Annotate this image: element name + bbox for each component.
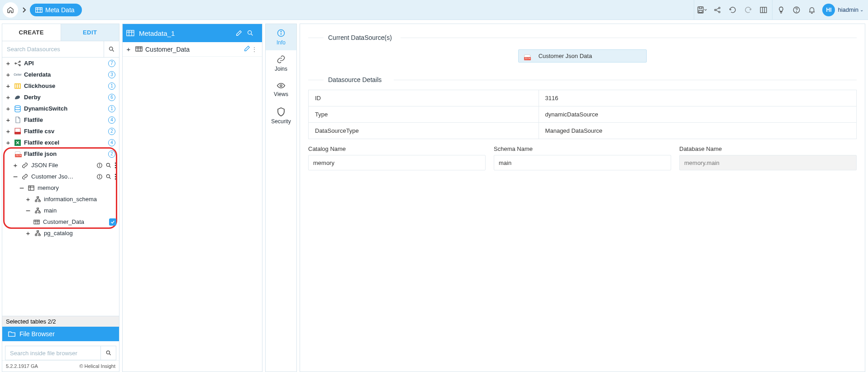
- tree-item-customer-data-table[interactable]: Customer_Data: [2, 216, 119, 227]
- tree-item-celerdata[interactable]: + Celer Celerdata 3: [2, 69, 119, 80]
- svg-rect-53: [35, 212, 37, 213]
- search-icon[interactable]: [105, 162, 112, 169]
- nav-info[interactable]: Info: [266, 24, 296, 50]
- edit-row-button[interactable]: [244, 45, 250, 53]
- datasource-search-button[interactable]: [104, 41, 119, 57]
- csv-icon: [13, 128, 22, 135]
- schema-input[interactable]: [494, 155, 671, 170]
- detail-dst-label: DataSourceType: [309, 123, 539, 139]
- breadcrumb-pill[interactable]: Meta Data: [30, 4, 82, 16]
- tab-edit[interactable]: EDIT: [61, 24, 119, 41]
- redo-button[interactable]: [740, 0, 756, 20]
- share-button[interactable]: [710, 0, 725, 20]
- expand-icon[interactable]: +: [12, 161, 19, 169]
- edit-title-button[interactable]: [236, 30, 242, 36]
- breadcrumb-chevron[interactable]: [18, 2, 30, 18]
- nav-joins[interactable]: Joins: [266, 50, 296, 77]
- tree-item-clickhouse[interactable]: + Clickhouse 1: [2, 80, 119, 92]
- nav-views[interactable]: Views: [266, 77, 296, 103]
- panel-toggle-button[interactable]: [756, 0, 771, 20]
- tree-item-json-file[interactable]: + JSON File: [2, 159, 119, 171]
- file-browser-search-button[interactable]: [100, 346, 116, 360]
- svg-rect-24: [17, 84, 18, 88]
- collapse-icon[interactable]: −: [25, 208, 31, 213]
- nav-label: Info: [277, 39, 286, 46]
- collapse-icon[interactable]: −: [12, 174, 19, 179]
- expand-icon[interactable]: +: [5, 127, 11, 135]
- schema-icon: [33, 196, 42, 203]
- info-icon[interactable]: [96, 174, 103, 180]
- tree-item-flatfile-excel[interactable]: + Flatfile excel 4: [2, 137, 119, 148]
- tree-item-customer-json[interactable]: − Customer Jso…: [2, 171, 119, 182]
- tree-item-label: memory: [38, 184, 119, 191]
- tree-item-flatfile[interactable]: + Flatfile 4: [2, 114, 119, 126]
- tree-item-information-schema[interactable]: + information_schema: [2, 193, 119, 205]
- tree-item-flatfile-json[interactable]: Flatfile json 2: [2, 148, 119, 159]
- svg-point-62: [106, 351, 110, 354]
- user-menu[interactable]: HI hiadmin ⌄: [820, 4, 868, 16]
- tree-item-main[interactable]: − main: [2, 205, 119, 216]
- tree-item-api[interactable]: + API 7: [2, 58, 119, 69]
- topbar: Meta Data HI hiadmin ⌄: [0, 0, 868, 20]
- expand-icon[interactable]: +: [5, 93, 11, 101]
- expand-icon[interactable]: +: [125, 45, 132, 53]
- tree-item-label: Flatfile csv: [24, 128, 108, 135]
- file-browser-search-input[interactable]: [5, 346, 100, 360]
- expand-icon[interactable]: +: [5, 116, 11, 124]
- expand-icon[interactable]: +: [25, 229, 31, 237]
- metadata-row[interactable]: + Customer_Data ⋮: [123, 42, 262, 57]
- detail-table: ID 3116 Type dynamicDataSource DataSourc…: [308, 90, 857, 139]
- database-label: Database Name: [679, 145, 857, 152]
- metadata-header: Metadata_1: [123, 24, 262, 42]
- datasource-tree[interactable]: + API 7 + Celer Celerdata 3 + Clickhouse…: [2, 58, 119, 316]
- svg-point-41: [106, 174, 110, 178]
- catalog-input[interactable]: [308, 155, 486, 170]
- expand-icon[interactable]: +: [5, 71, 11, 78]
- checkbox-checked[interactable]: [109, 218, 116, 226]
- save-dropdown-button[interactable]: [694, 0, 710, 20]
- tree-item-pg-catalog[interactable]: + pg_catalog: [2, 227, 119, 239]
- catalog-field: Catalog Name: [308, 145, 486, 170]
- tree-item-flatfile-csv[interactable]: + Flatfile csv 2: [2, 126, 119, 137]
- kebab-icon[interactable]: ⋮: [250, 46, 258, 53]
- svg-rect-12: [761, 7, 767, 13]
- kebab-icon[interactable]: [114, 162, 116, 169]
- svg-point-16: [796, 11, 797, 12]
- svg-point-37: [115, 167, 116, 168]
- breadcrumb-label: Meta Data: [45, 6, 75, 14]
- svg-rect-0: [36, 7, 42, 12]
- notifications-button[interactable]: [804, 0, 820, 20]
- expand-icon[interactable]: +: [5, 139, 11, 146]
- tree-item-dynamicswitch[interactable]: + DynamicSwitch 1: [2, 103, 119, 114]
- tree-item-memory[interactable]: − memory: [2, 182, 119, 193]
- datasource-search-input[interactable]: [2, 41, 104, 57]
- svg-point-7: [715, 9, 716, 10]
- metadata-search-button[interactable]: [247, 29, 254, 37]
- expand-icon[interactable]: +: [5, 82, 11, 90]
- excel-icon: [13, 139, 22, 146]
- search-icon[interactable]: [105, 174, 112, 180]
- file-browser-button[interactable]: File Browser: [2, 327, 119, 341]
- svg-rect-23: [15, 84, 16, 88]
- tab-create[interactable]: CREATE: [2, 24, 61, 41]
- current-datasource-chip[interactable]: Customer Json Data: [518, 49, 647, 63]
- svg-point-19: [15, 63, 16, 64]
- count-badge: 6: [108, 94, 115, 101]
- expand-icon[interactable]: +: [5, 59, 11, 67]
- collapse-icon[interactable]: −: [19, 186, 25, 190]
- info-icon[interactable]: [96, 162, 103, 169]
- copyright-label: ©Helical Insight: [79, 363, 115, 369]
- tree-item-derby[interactable]: + Derby 6: [2, 92, 119, 103]
- detail-dst-value: Managed DataSource: [539, 123, 856, 139]
- nav-security[interactable]: Security: [266, 103, 296, 129]
- expand-icon[interactable]: +: [5, 105, 11, 112]
- expand-icon[interactable]: +: [25, 195, 31, 203]
- link-icon: [20, 173, 29, 180]
- home-button[interactable]: [3, 2, 18, 18]
- undo-button[interactable]: [725, 0, 740, 20]
- kebab-icon[interactable]: [114, 174, 116, 180]
- schema-icon: [33, 207, 42, 214]
- help-button[interactable]: [789, 0, 804, 20]
- svg-rect-50: [35, 200, 37, 202]
- lightbulb-button[interactable]: [773, 0, 789, 20]
